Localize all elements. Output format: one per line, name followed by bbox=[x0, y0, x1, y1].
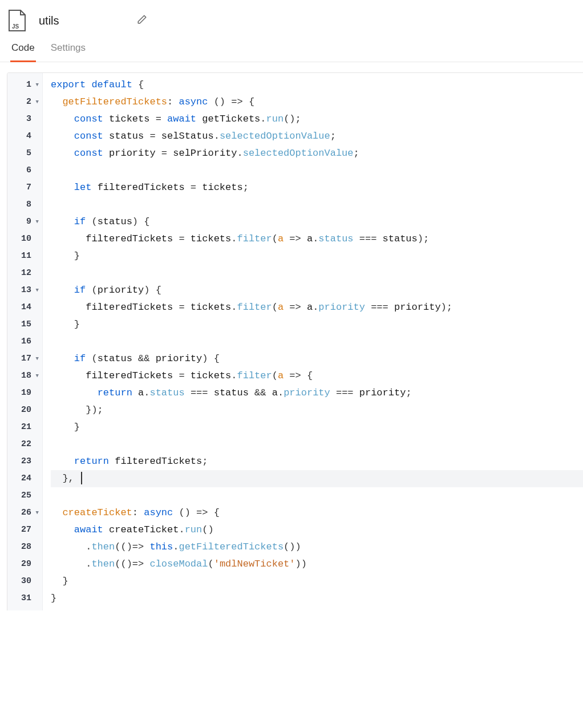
code-line[interactable]: } bbox=[51, 316, 583, 333]
fold-toggle-icon[interactable]: ▼ bbox=[33, 94, 39, 111]
line-number[interactable]: 16 bbox=[7, 333, 42, 350]
svg-text:JS: JS bbox=[12, 23, 19, 30]
code-line[interactable] bbox=[51, 487, 583, 504]
line-number[interactable]: 21 bbox=[7, 419, 42, 436]
tab-settings[interactable]: Settings bbox=[50, 37, 87, 62]
line-number[interactable]: 29 bbox=[7, 556, 42, 573]
line-number[interactable]: 13▼ bbox=[7, 282, 42, 299]
line-number[interactable]: 7 bbox=[7, 179, 42, 196]
file-header: JS utils bbox=[0, 0, 583, 37]
code-line[interactable]: const status = selStatus.selectedOptionV… bbox=[51, 128, 583, 145]
code-line[interactable]: if (status && priority) { bbox=[51, 350, 583, 367]
line-number[interactable]: 24 bbox=[7, 470, 42, 487]
code-line[interactable]: }, bbox=[51, 470, 583, 487]
tab-code[interactable]: Code bbox=[10, 37, 36, 62]
code-line[interactable]: let filteredTickets = tickets; bbox=[51, 179, 583, 196]
tabs: Code Settings bbox=[0, 37, 583, 62]
code-area[interactable]: export default { getFilteredTickets: asy… bbox=[43, 73, 583, 610]
code-line[interactable]: if (status) { bbox=[51, 213, 583, 230]
code-line[interactable]: filteredTickets = tickets.filter(a => a.… bbox=[51, 230, 583, 248]
line-number[interactable]: 2▼ bbox=[7, 94, 42, 111]
code-line[interactable]: if (priority) { bbox=[51, 282, 583, 299]
line-number[interactable]: 3 bbox=[7, 111, 42, 128]
fold-toggle-icon[interactable]: ▼ bbox=[33, 76, 39, 94]
line-number[interactable]: 25 bbox=[7, 487, 42, 504]
line-number-gutter[interactable]: 1▼2▼3456789▼10111213▼14151617▼18▼1920212… bbox=[7, 73, 43, 610]
line-number[interactable]: 23 bbox=[7, 453, 42, 470]
fold-toggle-icon[interactable]: ▼ bbox=[33, 350, 39, 367]
line-number[interactable]: 4 bbox=[7, 128, 42, 145]
line-number[interactable]: 27 bbox=[7, 521, 42, 539]
fold-toggle-icon[interactable]: ▼ bbox=[33, 213, 39, 230]
text-cursor bbox=[81, 472, 82, 484]
code-line[interactable]: return filteredTickets; bbox=[51, 453, 583, 470]
code-line[interactable]: const priority = selPriority.selectedOpt… bbox=[51, 145, 583, 162]
code-line[interactable]: .then(()=> this.getFilteredTickets()) bbox=[51, 539, 583, 556]
code-line[interactable]: const tickets = await getTickets.run(); bbox=[51, 111, 583, 128]
code-line[interactable] bbox=[51, 265, 583, 282]
fold-toggle-icon[interactable]: ▼ bbox=[33, 367, 39, 385]
line-number[interactable]: 10 bbox=[7, 230, 42, 248]
code-line[interactable]: } bbox=[51, 419, 583, 436]
line-number[interactable]: 14 bbox=[7, 299, 42, 316]
code-line[interactable]: createTicket: async () => { bbox=[51, 504, 583, 521]
line-number[interactable]: 31 bbox=[7, 590, 42, 607]
code-line[interactable]: await createTicket.run() bbox=[51, 521, 583, 539]
line-number[interactable]: 15 bbox=[7, 316, 42, 333]
code-line[interactable] bbox=[51, 196, 583, 213]
code-line[interactable]: }); bbox=[51, 402, 583, 419]
line-number[interactable]: 8 bbox=[7, 196, 42, 213]
code-line[interactable]: } bbox=[51, 573, 583, 590]
line-number[interactable]: 22 bbox=[7, 436, 42, 453]
fold-toggle-icon[interactable]: ▼ bbox=[33, 504, 39, 521]
line-number[interactable]: 30 bbox=[7, 573, 42, 590]
line-number[interactable]: 20 bbox=[7, 402, 42, 419]
edit-icon[interactable] bbox=[137, 14, 147, 27]
code-line[interactable] bbox=[51, 162, 583, 179]
fold-toggle-icon[interactable]: ▼ bbox=[33, 282, 39, 299]
line-number[interactable]: 5 bbox=[7, 145, 42, 162]
code-line[interactable]: filteredTickets = tickets.filter(a => a.… bbox=[51, 299, 583, 316]
line-number[interactable]: 19 bbox=[7, 385, 42, 402]
line-number[interactable]: 6 bbox=[7, 162, 42, 179]
code-line[interactable] bbox=[51, 436, 583, 453]
code-line[interactable]: filteredTickets = tickets.filter(a => { bbox=[51, 367, 583, 385]
code-editor[interactable]: 1▼2▼3456789▼10111213▼14151617▼18▼1920212… bbox=[7, 72, 583, 610]
line-number[interactable]: 11 bbox=[7, 248, 42, 265]
line-number[interactable]: 9▼ bbox=[7, 213, 42, 230]
line-number[interactable]: 28 bbox=[7, 539, 42, 556]
line-number[interactable]: 12 bbox=[7, 265, 42, 282]
line-number[interactable]: 18▼ bbox=[7, 367, 42, 385]
code-line[interactable]: } bbox=[51, 248, 583, 265]
js-file-icon: JS bbox=[7, 9, 27, 32]
code-line[interactable]: export default { bbox=[51, 76, 583, 94]
code-line[interactable]: } bbox=[51, 590, 583, 607]
line-number[interactable]: 26▼ bbox=[7, 504, 42, 521]
line-number[interactable]: 17▼ bbox=[7, 350, 42, 367]
code-line[interactable] bbox=[51, 333, 583, 350]
code-line[interactable]: .then(()=> closeModal('mdlNewTicket')) bbox=[51, 556, 583, 573]
code-line[interactable]: getFilteredTickets: async () => { bbox=[51, 94, 583, 111]
file-title: utils bbox=[39, 14, 59, 27]
code-line[interactable]: return a.status === status && a.priority… bbox=[51, 385, 583, 402]
line-number[interactable]: 1▼ bbox=[7, 76, 42, 94]
